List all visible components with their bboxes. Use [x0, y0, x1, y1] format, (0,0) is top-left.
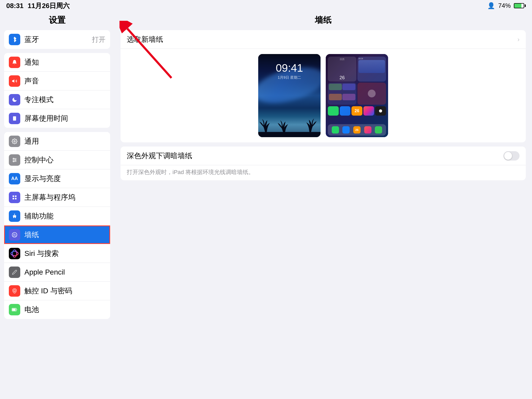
- sidebar-item-notifications[interactable]: 通知: [4, 53, 110, 72]
- lockscreen-preview[interactable]: 09:41 1月9日 星期二: [258, 54, 321, 137]
- svg-rect-23: [258, 132, 321, 137]
- homescreen-label: 主屏幕与程序坞: [24, 192, 105, 202]
- dark-dim-desc: 打开深色外观时，iPad 将根据环境光线调暗墙纸。: [121, 165, 526, 180]
- accessibility-icon: [9, 210, 20, 222]
- applepencil-icon: [9, 267, 20, 278]
- sidebar: 设置 蓝牙 打开 通知: [0, 11, 114, 399]
- status-right: 👤 74%: [487, 2, 526, 9]
- svg-point-16: [14, 214, 15, 215]
- sidebar-item-screentime[interactable]: 屏幕使用时间: [4, 109, 110, 128]
- screentime-label: 屏幕使用时间: [24, 114, 105, 123]
- sidebar-item-touchid[interactable]: 触控 ID 与密码: [4, 282, 110, 300]
- sidebar-item-siri[interactable]: Siri 与搜索: [4, 244, 110, 263]
- wallpaper-main-section: 选取新墙纸 › 09:41 1月9日 星期二: [121, 30, 526, 142]
- focus-label: 专注模式: [24, 95, 105, 105]
- svg-rect-22: [12, 309, 16, 311]
- svg-rect-1: [13, 116, 16, 121]
- dark-dim-row: 深色外观下调暗墙纸: [121, 147, 526, 165]
- svg-point-18: [14, 234, 14, 234]
- battery-percent: 74%: [498, 2, 511, 9]
- sound-icon: [9, 75, 20, 87]
- svg-rect-12: [13, 195, 14, 197]
- main-layout: 设置 蓝牙 打开 通知: [0, 11, 532, 399]
- svg-rect-15: [15, 198, 17, 199]
- sidebar-item-battery[interactable]: 电池: [4, 300, 110, 319]
- svg-point-5: [13, 161, 14, 162]
- sidebar-item-general[interactable]: 通用: [4, 132, 110, 151]
- sidebar-item-accessibility[interactable]: 辅助功能: [4, 207, 110, 225]
- bluetooth-icon: [9, 34, 20, 45]
- sidebar-item-sound[interactable]: 声音: [4, 72, 110, 90]
- screentime-icon: [9, 113, 20, 124]
- controlcenter-icon: [9, 154, 20, 166]
- siri-label: Siri 与搜索: [24, 249, 105, 258]
- right-panel-title: 墙纸: [114, 11, 532, 30]
- display-icon: AA: [9, 173, 20, 184]
- touchid-icon: [9, 285, 20, 297]
- notifications-label: 通知: [24, 57, 105, 67]
- battery-indicator: [514, 3, 526, 8]
- right-panel: 墙纸 选取新墙纸 › 09:41 1月9日 星期二: [114, 11, 532, 399]
- sidebar-group-2: 通用 控制中心 AA 显示与亮度 主屏幕与程序坞: [4, 132, 110, 319]
- wallpaper-label: 墙纸: [24, 230, 105, 240]
- wallpaper-previews: 09:41 1月9日 星期二: [121, 49, 526, 142]
- sidebar-title: 设置: [0, 11, 114, 30]
- svg-marker-0: [12, 79, 14, 83]
- svg-point-19: [11, 251, 18, 256]
- dark-dim-section: 深色外观下调暗墙纸 打开深色外观时，iPad 将根据环境光线调暗墙纸。: [121, 147, 526, 180]
- sidebar-item-bluetooth[interactable]: 蓝牙 打开: [4, 30, 110, 49]
- status-left: 08:31 11月26日周六: [6, 1, 70, 10]
- dark-dim-toggle[interactable]: [503, 151, 520, 161]
- display-label: 显示与亮度: [24, 174, 105, 184]
- general-icon: [9, 136, 20, 147]
- notifications-icon: [9, 57, 20, 68]
- homescreen-preview[interactable]: 日历 26 08:29: [326, 54, 388, 137]
- sidebar-item-homescreen[interactable]: 主屏幕与程序坞: [4, 188, 110, 207]
- svg-point-24: [379, 109, 382, 112]
- svg-point-4: [15, 159, 16, 161]
- sidebar-item-applepencil[interactable]: Apple Pencil: [4, 263, 110, 282]
- sidebar-item-display[interactable]: AA 显示与亮度: [4, 169, 110, 188]
- dark-dim-label: 深色外观下调暗墙纸: [127, 151, 192, 161]
- siri-icon: [9, 248, 20, 259]
- person-icon: 👤: [487, 2, 495, 9]
- status-bar: 08:31 11月26日周六 👤 74%: [0, 0, 532, 11]
- sidebar-item-focus[interactable]: 专注模式: [4, 90, 110, 109]
- svg-point-2: [14, 141, 15, 142]
- status-date: 11月26日周六: [28, 1, 70, 10]
- sidebar-item-wallpaper[interactable]: 墙纸: [4, 225, 110, 244]
- controlcenter-label: 控制中心: [24, 155, 105, 165]
- lock-time: 09:41: [276, 62, 303, 74]
- homescreen-icon: [9, 192, 20, 203]
- touchid-label: 触控 ID 与密码: [24, 286, 105, 296]
- general-label: 通用: [24, 136, 105, 146]
- select-wallpaper-chevron: ›: [517, 36, 520, 43]
- sidebar-group-1: 通知 声音 专注模式 屏幕使用时间: [4, 53, 110, 128]
- status-time: 08:31: [6, 2, 24, 10]
- focus-icon: [9, 94, 20, 105]
- sidebar-group-top: 蓝牙 打开: [4, 30, 110, 49]
- applepencil-label: Apple Pencil: [24, 268, 105, 276]
- svg-rect-13: [15, 195, 17, 197]
- lock-date: 1月9日 星期二: [276, 75, 303, 80]
- bluetooth-label: 蓝牙: [24, 35, 92, 44]
- sidebar-item-controlcenter[interactable]: 控制中心: [4, 151, 110, 169]
- sound-label: 声音: [24, 76, 105, 86]
- battery-label: 电池: [24, 305, 105, 315]
- svg-rect-14: [13, 198, 14, 199]
- svg-point-3: [13, 158, 14, 159]
- select-new-wallpaper-row[interactable]: 选取新墙纸 ›: [121, 30, 526, 49]
- accessibility-label: 辅助功能: [24, 211, 105, 221]
- svg-point-17: [12, 232, 17, 237]
- bluetooth-value: 打开: [92, 35, 105, 44]
- select-new-wallpaper-label: 选取新墙纸: [127, 35, 163, 44]
- svg-point-20: [12, 250, 17, 257]
- battery-settings-icon: [9, 304, 20, 315]
- wallpaper-icon: [9, 229, 20, 241]
